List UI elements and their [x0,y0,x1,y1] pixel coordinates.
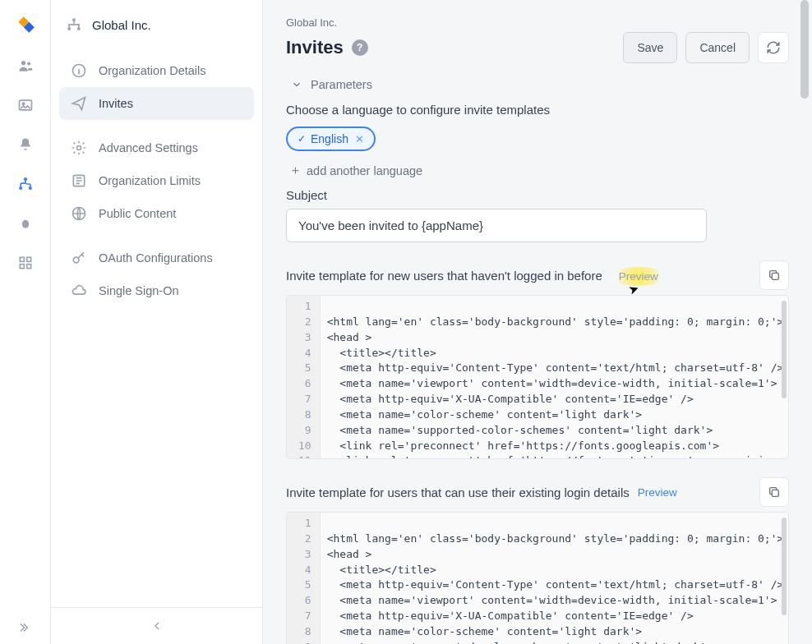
sidebar: Global Inc. Organization Details Invites… [51,0,263,644]
svg-point-1 [27,62,30,65]
sidebar-item-label: Organization Limits [99,174,201,187]
sidebar-item-org-details[interactable]: Organization Details [59,54,254,87]
sidebar-item-advanced[interactable]: Advanced Settings [59,131,254,164]
sidebar-item-limits[interactable]: Organization Limits [59,164,254,197]
sidebar-item-label: Invites [99,97,133,110]
sidebar-item-public[interactable]: Public Content [59,197,254,230]
svg-point-3 [22,103,25,105]
plus-icon: ＋ [289,163,302,178]
preview-link-new-user[interactable]: Preview [611,267,667,286]
breadcrumb: Global Inc. [286,16,789,29]
chevron-down-icon [291,79,302,90]
sidebar-item-label: OAuth Configurations [99,251,213,264]
copy-button-existing-user[interactable] [759,477,789,507]
sidebar-item-label: Public Content [99,207,176,220]
page-title: Invites ? [286,37,368,58]
svg-rect-8 [20,257,24,261]
choose-language-label: Choose a language to configure invite te… [286,103,789,117]
cloud-icon [71,283,87,299]
copy-button-new-user[interactable] [759,260,789,290]
app-logo[interactable] [14,13,37,36]
main-content: Global Inc. Invites ? Save Cancel Parame… [263,0,812,644]
svg-point-0 [21,61,25,65]
add-language-button[interactable]: ＋ add another language [289,163,422,178]
remove-language-icon[interactable]: ✕ [355,133,364,145]
org-tree-icon[interactable] [16,174,35,194]
globe-icon [71,205,87,222]
code-editor-new-user[interactable]: 123456789101112 <html lang='en' class='b… [286,295,789,459]
svg-point-23 [73,257,79,263]
preview-link-existing-user[interactable]: Preview [638,486,677,499]
key-icon [71,250,87,266]
template-new-user-label: Invite template for new users that haven… [286,269,602,283]
org-name: Global Inc. [92,18,151,32]
svg-rect-18 [78,24,80,27]
users-icon[interactable] [16,56,35,76]
sidebar-item-label: Organization Details [99,64,206,77]
sidebar-item-sso[interactable]: Single Sign-On [59,274,254,307]
send-icon [71,95,87,112]
svg-rect-11 [26,264,30,269]
svg-point-14 [77,27,81,30]
code-scrollbar[interactable] [782,301,787,398]
chevron-left-icon [150,619,164,632]
svg-point-12 [72,18,76,21]
expand-rail-icon[interactable] [16,624,35,644]
sidebar-item-label: Advanced Settings [99,141,198,154]
svg-rect-16 [68,24,79,25]
parameters-toggle[interactable]: Parameters [291,78,789,91]
copy-icon [768,269,781,282]
refresh-button[interactable] [758,32,789,63]
svg-rect-10 [20,264,24,269]
bell-icon[interactable] [16,135,35,154]
template-existing-user-label: Invite template for users that can use t… [286,485,630,499]
svg-point-13 [67,27,71,30]
sidebar-item-label: Single Sign-On [99,284,179,297]
svg-rect-9 [26,257,30,261]
scrollbar-thumb[interactable] [800,0,809,99]
copy-icon [768,485,781,499]
sidebar-item-invites[interactable]: Invites [59,87,254,120]
sidebar-item-oauth[interactable]: OAuth Configurations [59,242,254,274]
bug-icon[interactable] [16,214,35,233]
page-actions: Save Cancel [623,32,789,63]
cancel-button[interactable]: Cancel [685,32,750,63]
check-icon: ✓ [298,133,306,145]
svg-point-20 [77,146,81,150]
svg-rect-15 [73,21,75,24]
help-icon[interactable]: ? [352,39,368,56]
limits-icon [71,172,87,189]
info-icon [71,62,87,79]
sidebar-collapse[interactable] [51,607,262,644]
svg-point-5 [19,186,22,190]
gear-icon [71,140,87,156]
subject-input[interactable] [286,209,707,242]
image-icon[interactable] [16,95,35,115]
svg-point-7 [21,220,28,228]
svg-rect-24 [772,273,778,279]
code-scrollbar[interactable] [782,518,787,615]
org-tree-icon [66,16,82,33]
refresh-icon [766,40,781,55]
svg-rect-17 [68,24,70,27]
sidebar-nav: Organization Details Invites Advanced Se… [51,49,262,312]
language-chip-english[interactable]: ✓ English ✕ [286,126,376,151]
org-header[interactable]: Global Inc. [51,0,262,49]
code-editor-existing-user[interactable]: 123456789101112 <html lang='en' class='b… [286,512,789,644]
save-button[interactable]: Save [623,32,677,63]
svg-point-4 [23,177,26,181]
grid-icon[interactable] [16,253,35,273]
subject-label: Subject [286,188,789,202]
icon-rail [0,0,51,644]
svg-rect-25 [772,490,778,496]
